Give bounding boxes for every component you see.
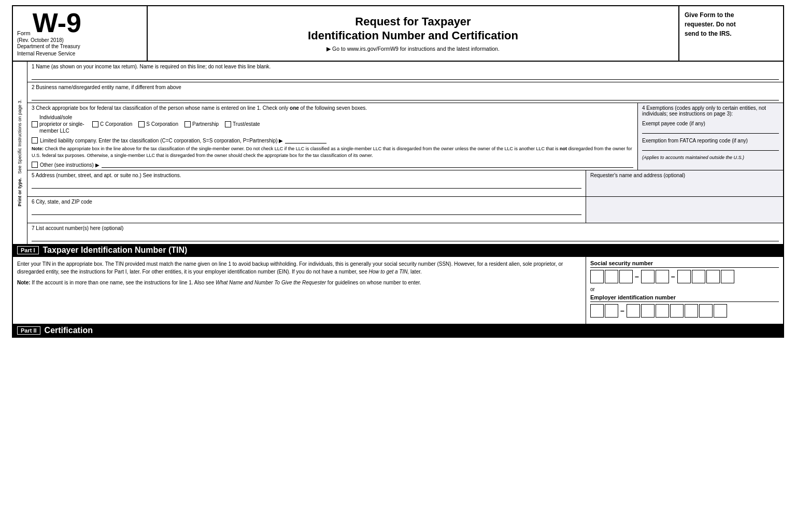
field6-input[interactable] [32,206,581,215]
exempt-payee-label: Exempt payee code (if any) [642,121,779,126]
llc-label: Limited liability company. Enter the tax… [40,138,283,143]
field6-col: 6 City, state, and ZIP code [27,197,586,223]
part2-header: Part II Certification [13,324,783,337]
ein-cell-3[interactable] [627,304,640,318]
exempt-payee-input[interactable] [642,126,779,134]
fatca-input[interactable] [642,143,779,151]
section-3: 3 Check appropriate box for federal tax … [27,103,638,170]
right-text-line1: Give Form to the [685,11,734,19]
ssn-label: Social security number [590,260,779,268]
part1-note-body2: for guidelines on whose number to enter. [328,280,421,285]
section-addr-row: 5 Address (number, street, and apt. or s… [27,170,783,197]
checkbox-c-corp-box[interactable] [92,121,98,127]
other-input[interactable] [102,162,633,168]
header-right: Give Form to the requester. Do not send … [679,6,783,61]
fatca-label: Exemption from FATCA reporting code (if … [642,138,779,143]
ssn-dash-1: – [634,272,640,281]
note-label: Note: [32,146,44,151]
checkbox-trust-label: Trust/estate [233,121,260,127]
checkbox-llc-box[interactable] [32,137,38,143]
part1-title: Taxpayer Identification Number (TIN) [43,246,188,255]
part1-note-body: If the account is in more than one name,… [32,280,216,285]
field1-row: 1 Name (as shown on your income tax retu… [27,62,783,82]
field3-label-end: of the following seven boxes. [299,105,367,111]
ssn-cell-9[interactable] [721,270,734,283]
dept-line1: Department of the Treasury [17,44,80,49]
requester-space [586,197,783,223]
checkbox-trust: Trust/estate [225,121,260,127]
right-text-line2: requester. Do not [685,21,736,28]
llc-input[interactable] [285,137,326,143]
ssn-cell-7[interactable] [692,270,705,283]
field6-label: 6 City, state, and ZIP code [32,199,581,205]
form-title: Request for Taxpayer Identification Numb… [153,15,673,42]
ein-cell-5[interactable] [656,304,669,318]
header-left: Form W-9 (Rev. October 2018) Department … [13,6,148,61]
header-center: Request for Taxpayer Identification Numb… [148,6,679,61]
section4-title: 4 Exemptions (codes apply only to certai… [642,105,779,117]
part1-note-italic: What Name and Number To Give the Request… [216,280,326,285]
title-line1: Request for Taxpayer [355,15,471,28]
part1-body-text: Enter your TIN in the appropriate box. T… [17,260,581,276]
part1-note: Note: If the account is in more than one… [17,279,581,286]
field7-input[interactable] [32,232,779,241]
section-city-row: 6 City, state, and ZIP code [27,197,783,223]
checkbox-s-corp-label: S Corporation [146,121,178,127]
ssn-cell-1[interactable] [590,270,604,283]
w9-form: Form W-9 (Rev. October 2018) Department … [12,5,784,338]
field5-input[interactable] [32,179,581,189]
field1-input[interactable] [32,70,779,80]
ssn-dash-2: – [670,272,676,281]
field7-label: 7 List account number(s) here (optional) [32,225,779,231]
checkbox-s-corp: S Corporation [138,121,178,127]
ein-cell-9[interactable] [714,304,727,318]
form-rev: (Rev. October 2018) [17,37,143,43]
ssn-cell-3[interactable] [619,270,633,283]
ssn-cell-6[interactable] [677,270,691,283]
section3-title: 3 Check appropriate box for federal tax … [32,105,633,111]
ein-label: Employer identification number [590,294,779,302]
tin-col: Social security number – – or Employer i… [586,257,783,324]
form-number: W-9 [33,9,81,36]
form-word-label: Form [17,30,31,36]
field2-row: 2 Business name/disregarded entity name,… [27,82,783,103]
tin-or: or [590,286,779,292]
field3-label-bold: one [290,105,299,111]
part1-header: Part I Taxpayer Identification Number (T… [13,244,783,257]
ein-cell-6[interactable] [670,304,684,318]
ein-cell-2[interactable] [605,304,618,318]
ein-cell-1[interactable] [590,304,604,318]
part1-body: Enter your TIN in the appropriate box. T… [13,257,783,324]
section-4: 4 Exemptions (codes apply only to certai… [638,103,783,170]
checkbox-partnership-label: Partnership [192,121,219,127]
right-text-line3: send to the IRS. [685,30,732,37]
ssn-cell-2[interactable] [605,270,618,283]
checkbox-partnership-box[interactable] [184,121,191,127]
field2-input[interactable] [32,91,779,100]
ein-dash-1: – [619,307,626,315]
checkbox-individual-label: Individual/sole proprietor or single-mem… [39,114,86,134]
fatca-italic: (Applies to accounts maintained outside … [642,155,779,160]
ssn-cell-5[interactable] [656,270,669,283]
part1-text-col: Enter your TIN in the appropriate box. T… [13,257,586,324]
form-subtitle: ▶ Go to www.irs.gov/FormW9 for instructi… [153,46,673,52]
checkbox-trust-box[interactable] [225,121,231,127]
sidebar: Print or type. See Specific Instructions… [13,62,27,244]
checkbox-c-corp-label: C Corporation [100,121,132,127]
field2-label: 2 Business name/disregarded entity name,… [32,84,779,90]
ein-cell-8[interactable] [699,304,713,318]
field3-label-start: 3 Check appropriate box for federal tax … [32,105,290,111]
part2-label: Part II [17,326,40,335]
checkboxes-row: Individual/sole proprietor or single-mem… [32,114,633,134]
ein-cell-4[interactable] [641,304,655,318]
checkbox-other-box[interactable] [32,162,38,168]
ein-cell-7[interactable] [685,304,698,318]
checkbox-s-corp-box[interactable] [138,121,145,127]
other-row: Other (see instructions) ▶ [32,162,633,168]
section-3-4: 3 Check appropriate box for federal tax … [27,103,783,170]
ssn-cell-8[interactable] [706,270,720,283]
ssn-cell-4[interactable] [641,270,655,283]
checkbox-individual-box[interactable] [32,121,38,127]
form-header: Form W-9 (Rev. October 2018) Department … [13,6,783,62]
form-body: Print or type. See Specific Instructions… [13,62,783,244]
